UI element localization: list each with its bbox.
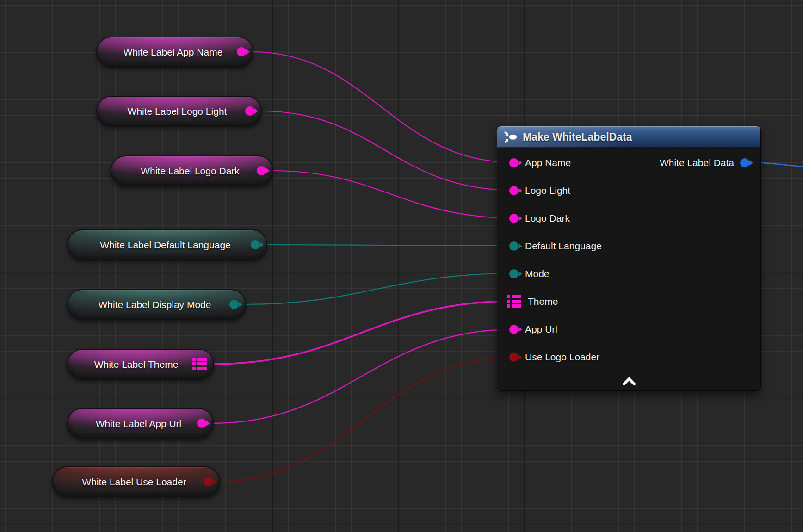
pin-row-logo-dark: Logo Dark <box>497 204 760 232</box>
input-pin[interactable] <box>509 325 519 334</box>
output-pin[interactable] <box>257 166 266 175</box>
wire-display-mode[interactable] <box>244 273 513 304</box>
chevron-up-icon[interactable] <box>621 377 637 387</box>
node-label: White Label Display Mode <box>80 300 229 309</box>
pin-label: Theme <box>528 296 558 307</box>
variable-node-theme[interactable]: White Label Theme <box>67 349 214 379</box>
pin-label: Logo Light <box>525 185 570 196</box>
input-pin[interactable] <box>509 241 519 251</box>
white-label-data-output-pin[interactable] <box>740 158 749 167</box>
variable-node-logo-light[interactable]: White Label Logo Light <box>96 96 262 126</box>
variable-node-app-name[interactable]: White Label App Name <box>96 37 253 67</box>
pin-row-mode: Mode <box>497 260 760 288</box>
wire-logo-dark[interactable] <box>272 171 513 218</box>
node-label: White Label Logo Light <box>109 106 245 116</box>
pin-label: App Url <box>525 324 557 335</box>
pin-row-app-url: App Url <box>497 315 760 343</box>
output-pin[interactable] <box>229 300 239 309</box>
variable-node-use-loader[interactable]: White Label Use Loader <box>52 466 220 497</box>
node-label: White Label Default Language <box>80 240 251 250</box>
node-label: White Label Theme <box>80 359 192 369</box>
variable-node-app-url[interactable]: White Label App Url <box>67 408 214 439</box>
pin-row-use-logo-loader: Use Logo Loader <box>497 343 760 371</box>
output-pin[interactable] <box>245 106 254 116</box>
node-label: White Label Use Loader <box>65 477 204 487</box>
make-whitelabeldata-node[interactable]: Make WhiteLabelData App Name Logo Light … <box>497 126 761 391</box>
struct-grid-icon[interactable] <box>192 358 207 371</box>
pin-label: Default Language <box>525 241 602 252</box>
node-header[interactable]: Make WhiteLabelData <box>497 126 760 148</box>
variable-node-default-language[interactable]: White Label Default Language <box>67 229 267 260</box>
input-pin[interactable] <box>509 186 519 195</box>
pin-row-white-label-data: White Label Data <box>660 149 749 177</box>
wire-logo-light[interactable] <box>260 111 513 190</box>
pin-label: App Name <box>525 157 571 168</box>
output-pin[interactable] <box>251 240 260 249</box>
node-label: White Label App Url <box>80 419 197 428</box>
output-pin[interactable] <box>237 47 246 56</box>
input-pin[interactable] <box>509 214 519 223</box>
output-pin[interactable] <box>204 477 213 486</box>
output-pin[interactable] <box>197 419 206 428</box>
node-label: White Label Logo Dark <box>124 166 257 176</box>
pin-row-theme: Theme <box>497 288 760 315</box>
make-struct-icon <box>503 131 518 143</box>
node-label: White Label App Name <box>109 47 237 57</box>
wire-use-loader[interactable] <box>218 357 513 482</box>
variable-node-logo-dark[interactable]: White Label Logo Dark <box>111 155 273 186</box>
pin-label: Logo Dark <box>525 213 570 224</box>
pin-label: White Label Data <box>660 157 734 168</box>
wire-app-url[interactable] <box>212 329 513 423</box>
wire-app-name[interactable] <box>252 52 513 162</box>
wire-default-language[interactable] <box>266 245 513 246</box>
node-title: Make WhiteLabelData <box>523 131 632 143</box>
input-pin[interactable] <box>509 353 519 362</box>
pin-label: Mode <box>525 268 550 279</box>
pin-rows: App Name Logo Light Logo Dark Default La… <box>497 148 760 371</box>
variable-node-display-mode[interactable]: White Label Display Mode <box>67 289 246 320</box>
struct-grid-icon[interactable] <box>507 295 521 308</box>
pin-label: Use Logo Loader <box>525 352 599 363</box>
input-pin[interactable] <box>509 269 519 278</box>
pin-row-logo-light: Logo Light <box>497 177 760 204</box>
input-pin[interactable] <box>509 158 519 167</box>
graph-canvas[interactable]: White Label App Name White Label Logo Li… <box>0 0 803 532</box>
pin-row-default-language: Default Language <box>497 232 760 260</box>
